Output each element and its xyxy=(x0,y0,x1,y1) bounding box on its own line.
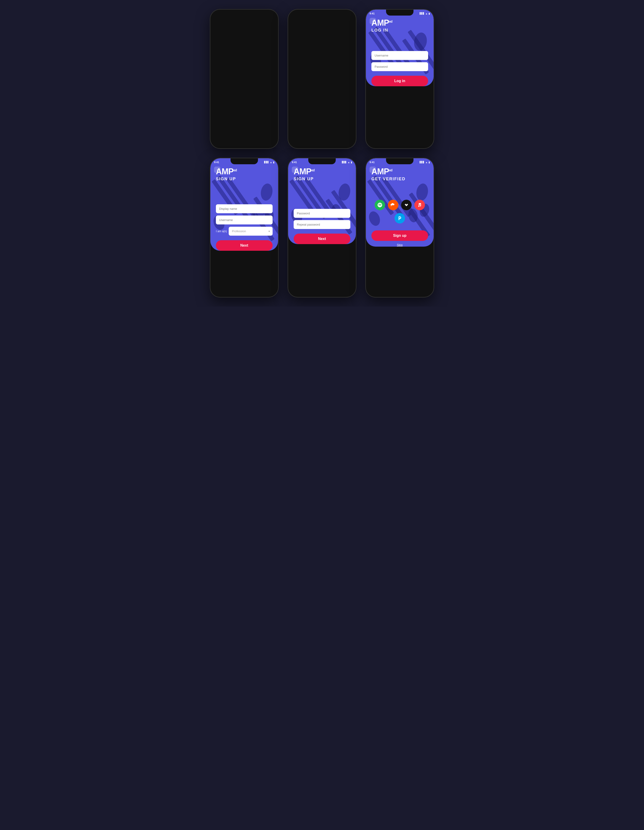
app-logo: AMPed xyxy=(372,168,428,176)
login-form: Log in xyxy=(366,51,434,86)
battery-icon: ▮ xyxy=(429,161,430,163)
verified-screen: 9:41 ▋▋▋ ▲ ▮ ‹ AMPed GET VERIFIED xyxy=(366,158,434,247)
back-button[interactable]: ‹ xyxy=(214,166,220,173)
pandora-icon[interactable] xyxy=(394,213,405,223)
verified-content: Sign up Skip xyxy=(366,200,434,247)
app-logo: AMPed xyxy=(372,19,428,27)
status-icons: ▋▋▋ ▲ ▮ xyxy=(342,161,352,163)
phone-login: 9:41 ▋▋▋ ▲ ▮ ‹ AMPed LOG IN xyxy=(366,9,434,149)
app-logo: AMPed xyxy=(216,168,272,176)
phones-row-1: AMPeded Log in Sign up 9:41 xyxy=(9,9,635,149)
profession-row: I am a(n) Profession Musician Producer F… xyxy=(216,227,272,236)
signup1-form: I am a(n) Profession Musician Producer F… xyxy=(210,204,278,251)
soundcloud-icon[interactable] xyxy=(388,200,399,210)
wifi-icon: ▲ xyxy=(270,161,272,163)
signup2-form: Next xyxy=(288,209,356,244)
next-button[interactable]: Next xyxy=(216,240,272,251)
phone-splash-1 xyxy=(210,9,278,149)
spotify-icon[interactable] xyxy=(375,200,385,210)
signal-icon: ▋▋▋ xyxy=(264,161,269,163)
battery-icon: ▮ xyxy=(351,161,352,163)
amp-sup: ed xyxy=(389,168,392,172)
app-logo: AMPed xyxy=(294,168,350,176)
time: 9:41 xyxy=(370,161,375,163)
signal-icon: ▋▋▋ xyxy=(420,161,424,163)
battery-icon: ▮ xyxy=(273,161,274,163)
display-name-input[interactable] xyxy=(216,204,272,213)
status-icons: ▋▋▋ ▲ ▮ xyxy=(420,161,430,163)
amp-sup: ed xyxy=(389,20,392,23)
phones-row-2: 9:41 ▋▋▋ ▲ ▮ ‹ AMPed SIGN UP I am a xyxy=(9,158,635,298)
phone-signup1: 9:41 ▋▋▋ ▲ ▮ ‹ AMPed SIGN UP I am a xyxy=(210,158,278,298)
username-input[interactable] xyxy=(372,51,428,60)
time: 9:41 xyxy=(214,161,219,163)
notch xyxy=(386,10,413,16)
notch xyxy=(386,158,413,164)
tidal-icon[interactable] xyxy=(401,200,411,210)
wifi-icon: ▲ xyxy=(348,161,350,163)
screen-title: GET VERIFIED xyxy=(372,177,428,181)
notch xyxy=(231,158,258,164)
phone-signup2: 9:41 ▋▋▋ ▲ ▮ ‹ AMPed SIGN UP Next xyxy=(288,158,356,298)
profession-select[interactable]: Profession Musician Producer Fan xyxy=(229,227,272,236)
login-submit-button[interactable]: Log in xyxy=(372,76,428,86)
screen-title: LOG IN xyxy=(372,28,428,33)
signup-final-button[interactable]: Sign up xyxy=(372,230,428,241)
phone-verified: 9:41 ▋▋▋ ▲ ▮ ‹ AMPed GET VERIFIED xyxy=(366,158,434,298)
amp-sup: ed xyxy=(234,168,237,172)
signup2-screen: 9:41 ▋▋▋ ▲ ▮ ‹ AMPed SIGN UP Next xyxy=(288,158,356,244)
login-screen: 9:41 ▋▋▋ ▲ ▮ ‹ AMPed LOG IN xyxy=(366,10,434,86)
notch xyxy=(308,158,336,164)
next-button[interactable]: Next xyxy=(294,234,350,244)
time: 9:41 xyxy=(292,161,297,163)
back-button[interactable]: ‹ xyxy=(370,166,376,173)
profession-select-wrapper: Profession Musician Producer Fan ▾ xyxy=(229,227,272,236)
back-button[interactable]: ‹ xyxy=(370,18,376,24)
password-input[interactable] xyxy=(294,209,350,218)
battery-icon: ▮ xyxy=(429,13,430,15)
wifi-icon: ▲ xyxy=(426,161,428,163)
status-icons: ▋▋▋ ▲ ▮ xyxy=(420,13,430,15)
back-button[interactable]: ‹ xyxy=(292,166,298,173)
screen-title: SIGN UP xyxy=(294,177,350,181)
service-icons xyxy=(372,200,428,223)
signup1-screen: 9:41 ▋▋▋ ▲ ▮ ‹ AMPed SIGN UP I am a xyxy=(210,158,278,251)
skip-link[interactable]: Skip xyxy=(372,243,428,247)
screen-title: SIGN UP xyxy=(216,177,272,181)
time: 9:41 xyxy=(370,12,375,15)
signal-icon: ▋▋▋ xyxy=(342,161,347,163)
phone-splash-2: AMPeded Log in Sign up xyxy=(288,9,356,149)
status-icons: ▋▋▋ ▲ ▮ xyxy=(264,161,274,163)
username-input[interactable] xyxy=(216,215,272,225)
amp-sup: ed xyxy=(311,168,315,172)
wifi-icon: ▲ xyxy=(426,13,428,15)
apple-music-icon[interactable] xyxy=(415,200,425,210)
repeat-password-input[interactable] xyxy=(294,220,350,229)
profession-label: I am a(n) xyxy=(216,230,227,233)
password-input[interactable] xyxy=(372,62,428,71)
signal-icon: ▋▋▋ xyxy=(420,13,424,15)
